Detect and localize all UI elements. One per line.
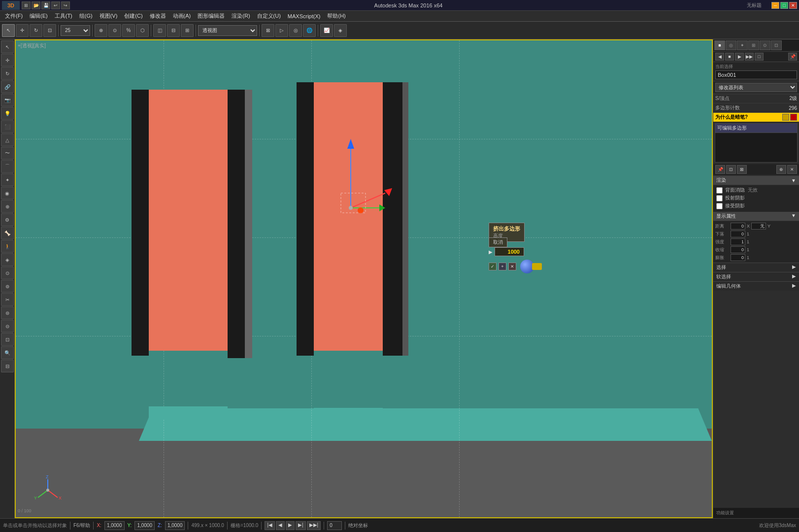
cmd-tab-modify[interactable]: ◎ — [726, 40, 736, 50]
stack-btn-pin[interactable]: 📌 — [715, 165, 725, 174]
tooltip-close-icon[interactable]: ✕ — [508, 263, 516, 270]
menu-grapheditors[interactable]: 图形编辑器 — [195, 11, 228, 21]
stack-btn-show-end[interactable]: ⊡ — [726, 165, 736, 174]
tooltip-check-icon[interactable]: ✓ — [489, 263, 497, 270]
left-tool-rotate[interactable]: ↻ — [1, 67, 14, 80]
time-go-start[interactable]: |◀ — [265, 521, 275, 530]
angle-snap[interactable]: ⊙ — [108, 24, 121, 37]
menu-file[interactable]: 文件(F) — [2, 11, 26, 21]
minimize-button[interactable]: ─ — [771, 2, 779, 9]
left-tool-light[interactable]: 💡 — [1, 107, 14, 120]
stack-btn-make-unique[interactable]: ⊕ — [776, 165, 786, 174]
field-dist-x[interactable] — [731, 223, 745, 230]
left-tool-sys[interactable]: ⚙ — [1, 213, 14, 226]
selection-arrow[interactable]: ▶ — [792, 264, 796, 271]
field-dist-y[interactable] — [751, 223, 766, 230]
left-tool-bones[interactable]: 🦴 — [1, 227, 14, 239]
menu-modifiers[interactable]: 修改器 — [147, 11, 169, 21]
menu-tools[interactable]: 工具(T) — [52, 11, 75, 21]
view-dropdown[interactable]: 透视图 — [198, 25, 257, 36]
menu-help[interactable]: 帮助(H) — [324, 11, 348, 21]
render-setup[interactable]: ⊠ — [262, 24, 274, 37]
left-tool-helper[interactable]: ◉ — [1, 187, 14, 200]
new-btn[interactable]: ⊞ — [22, 1, 31, 9]
checkbox-receive[interactable] — [716, 203, 723, 209]
modifier-stack-item[interactable]: 可编辑多边形 — [715, 124, 797, 133]
close-button[interactable]: ✕ — [789, 2, 797, 9]
percent-snap[interactable]: % — [122, 24, 135, 37]
time-go-end[interactable]: ▶▶| — [307, 521, 321, 530]
panel-icon5[interactable]: □ — [755, 53, 764, 61]
panel-icon1[interactable]: ◀ — [715, 53, 724, 61]
cmd-tab-display[interactable]: ⊙ — [760, 40, 770, 50]
softsel-arrow[interactable]: ▶ — [792, 273, 796, 280]
menu-render[interactable]: 渲染(R) — [229, 11, 253, 21]
left-tool-misc5[interactable]: ⊜ — [1, 306, 14, 319]
select-tool[interactable]: ↖ — [2, 24, 15, 37]
field-exp-x[interactable] — [731, 254, 745, 261]
left-tool-biped[interactable]: 🚶 — [1, 240, 14, 253]
display-arrow[interactable]: ▼ — [791, 213, 796, 220]
left-tool-geom[interactable]: ⬛ — [1, 120, 14, 133]
render-arrow[interactable]: ▼ — [791, 178, 796, 183]
menu-maxscript[interactable]: MAXScript(X) — [285, 12, 324, 20]
snap-dropdown[interactable]: 25510 — [61, 25, 90, 36]
menu-create[interactable]: 创建(C) — [121, 11, 145, 21]
render-env[interactable]: 🌐 — [303, 24, 316, 37]
array-tool[interactable]: ⊞ — [181, 24, 194, 37]
left-tool-nurbs[interactable]: ⌒ — [1, 160, 14, 173]
time-next-frame[interactable]: ▶| — [296, 521, 306, 530]
menu-customize[interactable]: 自定义(U) — [254, 11, 284, 21]
left-tool-particle[interactable]: ✦ — [1, 173, 14, 186]
menu-edit[interactable]: 编辑(E) — [27, 11, 51, 21]
left-tool-misc6[interactable]: ⊝ — [1, 320, 14, 332]
left-tool-select[interactable]: ↖ — [1, 40, 14, 53]
modifier-dropdown[interactable]: 修改器列表 — [715, 83, 797, 92]
y-value[interactable]: 1,0000 — [134, 521, 155, 530]
left-tool-spline[interactable]: 〜 — [1, 147, 14, 160]
left-tool-misc4[interactable]: ✂ — [1, 293, 14, 306]
cmd-tab-hierarchy[interactable]: ✦ — [737, 40, 748, 50]
rotate-tool[interactable]: ↻ — [30, 24, 42, 37]
left-tool-misc9[interactable]: ⊟ — [1, 360, 14, 372]
left-tool-camera[interactable]: 📷 — [1, 94, 14, 106]
cmd-tab-create[interactable]: ■ — [714, 40, 725, 50]
time-prev-frame[interactable]: ◀ — [276, 521, 285, 530]
editgeom-arrow[interactable]: ▶ — [792, 283, 796, 290]
left-tool-shape[interactable]: △ — [1, 133, 14, 146]
color-swatch-yellow[interactable] — [782, 114, 789, 121]
left-tool-misc8[interactable]: 🔍 — [1, 346, 14, 359]
menu-group[interactable]: 组(G) — [76, 11, 96, 21]
checkbox-backface[interactable] — [716, 187, 723, 194]
stack-btn-remove[interactable]: ✕ — [787, 165, 797, 174]
move-tool[interactable]: ✛ — [16, 24, 29, 37]
left-tool-link[interactable]: 🔗 — [1, 80, 14, 93]
spinner-snap[interactable]: ⬡ — [136, 24, 149, 37]
panel-icon4[interactable]: ▶▶ — [745, 53, 754, 61]
left-tool-misc3[interactable]: ⊚ — [1, 280, 14, 293]
menu-view[interactable]: 视图(V) — [97, 11, 121, 21]
render-frame[interactable]: ▷ — [275, 24, 288, 37]
tooltip-cancel-btn[interactable]: 取消 — [489, 237, 507, 247]
left-tool-spacewarp[interactable]: ⊕ — [1, 200, 14, 213]
undo-btn[interactable]: ↩ — [51, 1, 60, 9]
align-tool[interactable]: ⊟ — [167, 24, 180, 37]
snap-toggle[interactable]: ⊕ — [95, 24, 107, 37]
field-fall-x[interactable] — [731, 231, 745, 237]
color-swatch-red[interactable] — [790, 114, 797, 121]
x-value[interactable]: 1,0000 — [104, 521, 125, 530]
color-section-header[interactable]: 为什么是蜡笔? — [713, 113, 799, 122]
redo-btn[interactable]: ↪ — [61, 1, 70, 9]
left-tool-misc1[interactable]: ◈ — [1, 253, 14, 266]
material-editor[interactable]: ◎ — [289, 24, 302, 37]
time-play[interactable]: ▶ — [286, 521, 295, 530]
open-btn[interactable]: 📂 — [32, 1, 40, 9]
mirror-tool[interactable]: ◫ — [153, 24, 166, 37]
viewport-3d[interactable]: +[透视][真实] — [15, 39, 713, 518]
cmd-tab-utils[interactable]: ⊡ — [771, 40, 782, 50]
save-btn[interactable]: 💾 — [41, 1, 50, 9]
panel-icon2[interactable]: ■ — [725, 53, 734, 61]
object-name-input[interactable] — [715, 70, 797, 79]
field-shr-x[interactable] — [731, 246, 745, 253]
scale-tool[interactable]: ⊡ — [43, 24, 56, 37]
